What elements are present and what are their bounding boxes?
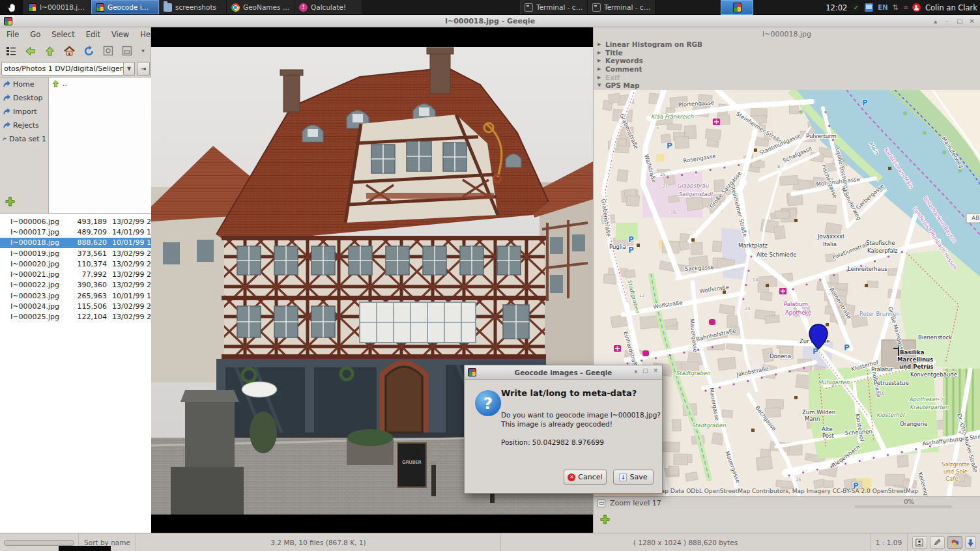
map-label: Klosterhof [876,412,906,418]
path-input[interactable]: otos/Photos 1 DVD/digital/Seligenstadt [1,62,124,76]
collapse-icon[interactable]: ▭ [598,500,605,507]
save-icon: ↓ [619,473,627,481]
file-row[interactable]: I~000006.jpg493,18913/02/99 20:39:56 [0,216,151,227]
dialog-position-text: Position: 50.042982 8.976699 [501,438,604,446]
section-linear-histogram-on-rgb[interactable]: ▶Linear Histogram on RGB [598,40,980,49]
toolbar-overflow-button[interactable]: ▾ [141,44,145,57]
map-building [867,281,878,288]
taskbar-window-button[interactable]: GeoNames Fulltextsear... [227,0,295,14]
map-building [719,304,735,315]
section-exif[interactable]: ▶Exif [598,73,980,81]
parent-folder-label: .. [63,79,67,88]
close-icon[interactable]: ✕ [653,367,658,374]
bookmark-rejects[interactable]: Rejects [0,119,48,132]
view-list-button[interactable] [6,44,16,57]
taskbar-window-button[interactable]: I~000018.jpg - Geeqie [23,0,91,14]
map-label: 42 [958,430,964,435]
menu-go[interactable]: Go [30,30,40,39]
bookmark-desktop[interactable]: Desktop [0,91,48,105]
image-summary: ( 1280 x 1024 ) 888,620 bytes [500,533,870,551]
file-row[interactable]: I~000020.jpg110,37413/02/99 20:40:00 [0,259,151,269]
back-button[interactable] [25,44,36,57]
map-building [775,211,790,219]
bookmark-import[interactable]: Import [0,105,48,119]
section-comment[interactable]: ▶Comment [598,65,980,74]
maximize-icon[interactable]: ▢ [957,18,962,25]
taskbar-window-button[interactable]: screenshots [159,0,227,14]
map-building [756,456,772,470]
file-size: 390,360 [70,281,111,289]
geocode-dialog[interactable]: Geocode images - Geeqie ▴ ▢ ✕ ? Write la… [464,365,663,494]
sidebar-title: I~000018.jpg [594,27,980,40]
map-label: 25 [660,172,665,177]
panes-button[interactable] [122,44,132,57]
person-icon[interactable] [912,536,927,549]
user-session-icon[interactable] [912,3,921,12]
map-building [680,241,690,250]
file-row[interactable]: I~000024.jpg115,50613/02/99 20:40:08 [0,301,151,311]
bookmark-home[interactable]: Home [0,78,48,91]
app-menu-button[interactable] [0,0,23,14]
menu-select[interactable]: Select [51,30,74,39]
add-pane-button[interactable] [600,515,610,527]
file-row[interactable]: I~000017.jpg489,70914/01/99 19:55:42 [0,227,151,237]
keyboard-layout[interactable]: EN [878,4,887,11]
pen-icon[interactable] [930,536,945,549]
refresh-button[interactable] [83,44,94,57]
taskbar-window-button[interactable]: !Qalculate! [295,0,362,14]
taskbar-windows: I~000018.jpg - GeeqieGeocode images - Ge… [23,0,656,14]
minimize-icon[interactable]: ﹣ [944,17,950,26]
file-row[interactable]: I~000022.jpg390,36013/02/99 20:40:06 [0,280,151,290]
zoom-ratio[interactable]: 1 : 1.09 [870,533,907,551]
file-name: I~000019.jpg [10,249,70,258]
color-management-icon[interactable] [947,536,962,549]
save-button[interactable]: ↓ Save [613,470,654,485]
display-icon[interactable] [865,3,873,12]
close-icon[interactable]: ✕ [970,18,975,25]
updater-icon[interactable]: ✓ [852,3,860,12]
float-panel-button[interactable] [103,44,113,57]
file-row[interactable]: I~000019.jpg373,56113/02/99 20:40:00 [0,248,151,259]
taskbar-window-button[interactable]: Terminal - cclark@talltr... [588,0,656,14]
file-list: I~000006.jpg493,18913/02/99 20:39:56I~00… [0,213,151,533]
link-icon[interactable]: ∞ [903,3,908,12]
section-gps-map[interactable]: ▼GPS Map [598,81,980,90]
menu-file[interactable]: File [7,30,19,39]
cancel-button[interactable]: ✕ Cancel [564,470,607,485]
map-building [626,195,639,206]
shade-icon[interactable]: ▴ [934,18,937,25]
shade-icon[interactable]: ▴ [634,367,637,374]
home-button[interactable] [64,44,75,57]
map-building [603,274,617,284]
add-bookmark-button[interactable] [5,197,15,209]
parent-folder-row[interactable]: .. [49,78,151,89]
bookmark-data-set-1[interactable]: Data set 1 [0,132,48,146]
file-row[interactable]: I~000021.jpg77,99213/02/99 20:40:02 [0,269,151,279]
path-dropdown-button[interactable]: ▼ [124,62,135,76]
taskbar-pinned-geeqie-button[interactable] [721,0,753,15]
menu-view[interactable]: View [111,30,129,39]
path-go-button[interactable]: ⇥ [137,62,150,76]
window-titlebar[interactable]: I~000018.jpg - Geeqie ▴ ﹣ ▢ ✕ [0,15,980,27]
section-title[interactable]: ▶Title [598,49,980,57]
section-keywords[interactable]: ▶Keywords [598,57,980,65]
dialog-titlebar[interactable]: Geocode images - Geeqie ▴ ▢ ✕ [465,365,662,380]
menu-edit[interactable]: Edit [86,30,100,39]
taskbar-window-button[interactable]: Geocode images - Gee... [91,0,159,14]
triangle-right-icon: ▶ [598,58,602,63]
map-label: 8 [777,164,780,169]
file-row[interactable]: I~000025.jpg122,10413/02/99 20:40:08 [0,312,151,322]
map-label: Orangerie [900,421,928,427]
taskbar-window-label: GeoNames Fulltextsear... [243,3,290,11]
map-label: 21 [663,184,668,189]
network-arrows-icon[interactable]: ⇅ [893,3,899,12]
up-button[interactable] [44,44,55,57]
taskbar-window-button[interactable]: Terminal - cclark@talltr... [520,0,588,14]
maximize-icon[interactable]: ▢ [642,367,648,374]
file-row[interactable]: I~000018.jpg888,62010/01/99 19:39:16 [0,238,151,248]
map-building [625,270,635,278]
map-label: Kräutergarten [910,404,949,410]
clock[interactable]: 12:02 [826,3,847,12]
file-row[interactable]: I~000023.jpg265,96310/01/99 19:40:46 [0,290,151,301]
arrow-down-icon[interactable] [965,536,976,549]
